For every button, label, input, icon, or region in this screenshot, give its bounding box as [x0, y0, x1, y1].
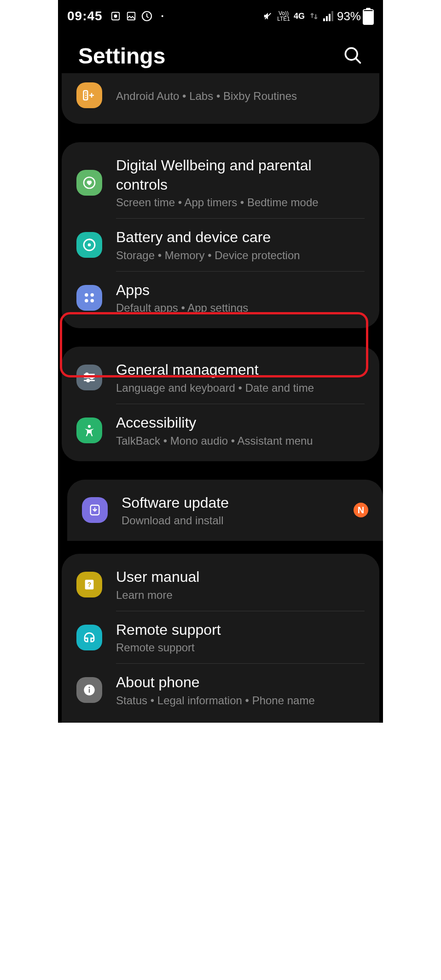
manual-subtitle: Learn more [116, 589, 365, 602]
apps-title: Apps [116, 281, 365, 300]
device-care-title: Battery and device care [116, 228, 365, 247]
about-title: About phone [116, 673, 365, 692]
device-care-icon [76, 232, 102, 258]
status-network-label: 4G [294, 12, 305, 21]
settings-row-about-phone[interactable]: About phone Status • Legal information •… [62, 664, 379, 716]
settings-group-software: Software update Download and install N [67, 480, 383, 541]
wellbeing-icon [76, 170, 102, 196]
remote-title: Remote support [116, 620, 365, 640]
settings-row-user-manual[interactable]: ? User manual Learn more [62, 558, 379, 611]
settings-row-apps[interactable]: Apps Default apps • App settings [62, 272, 379, 324]
svg-point-9 [85, 293, 88, 297]
settings-group-general: General management Language and keyboard… [62, 347, 379, 461]
status-time: 09:45 [67, 9, 103, 23]
svg-point-1 [114, 14, 117, 17]
svg-point-13 [86, 373, 88, 376]
status-battery: 93% [337, 8, 374, 25]
apps-subtitle: Default apps • App settings [116, 302, 365, 314]
software-title: Software update [122, 493, 354, 513]
status-signal-icon [323, 11, 333, 21]
page-title: Settings [78, 43, 165, 69]
device-care-subtitle: Storage • Memory • Device protection [116, 249, 365, 262]
settings-row-digital-wellbeing[interactable]: Digital Wellbeing and parental controls … [62, 147, 379, 218]
settings-group-advanced: Android Auto • Labs • Bixby Routines [62, 73, 379, 124]
update-badge: N [354, 503, 368, 517]
advanced-subtitle: Android Auto • Labs • Bixby Routines [116, 90, 365, 103]
status-mute-icon [262, 11, 273, 22]
settings-row-software-update[interactable]: Software update Download and install N [67, 484, 383, 537]
settings-row-advanced-features[interactable]: Android Auto • Labs • Bixby Routines [62, 82, 379, 117]
about-subtitle: Status • Legal information • Phone name [116, 694, 365, 707]
settings-group-about: ? User manual Learn more Remote support … [62, 554, 379, 723]
status-volte-label: Vo)) LTE1 [277, 11, 290, 22]
user-manual-icon: ? [76, 572, 102, 597]
general-management-icon [76, 365, 102, 390]
settings-row-remote-support[interactable]: Remote support Remote support [62, 611, 379, 664]
settings-row-general-management[interactable]: General management Language and keyboard… [62, 351, 379, 404]
svg-point-15 [87, 379, 89, 382]
search-button[interactable] [342, 45, 363, 67]
settings-group-device: Digital Wellbeing and parental controls … [62, 142, 379, 328]
status-more-icon: • [157, 11, 168, 22]
svg-point-11 [85, 299, 88, 302]
wellbeing-title: Digital Wellbeing and parental controls [116, 156, 365, 194]
software-subtitle: Download and install [122, 514, 354, 527]
manual-title: User manual [116, 568, 365, 587]
status-update-icon [141, 11, 152, 22]
advanced-features-icon [76, 82, 102, 108]
accessibility-subtitle: TalkBack • Mono audio • Assistant menu [116, 435, 365, 447]
svg-rect-2 [127, 12, 135, 20]
accessibility-title: Accessibility [116, 413, 365, 433]
svg-point-14 [91, 377, 93, 379]
svg-point-16 [88, 425, 91, 428]
svg-point-8 [88, 244, 91, 247]
status-gallery-icon [126, 11, 137, 22]
general-subtitle: Language and keyboard • Date and time [116, 382, 365, 394]
settings-row-accessibility[interactable]: Accessibility TalkBack • Mono audio • As… [62, 404, 379, 457]
svg-point-12 [91, 299, 94, 302]
settings-row-device-care[interactable]: Battery and device care Storage • Memory… [62, 219, 379, 271]
remote-support-icon [76, 625, 102, 650]
svg-point-22 [88, 687, 90, 688]
search-icon [342, 45, 363, 65]
software-update-icon [82, 497, 108, 523]
wellbeing-subtitle: Screen time • App timers • Bedtime mode [116, 196, 365, 209]
accessibility-icon [76, 418, 102, 443]
general-title: General management [116, 360, 365, 380]
status-screenshot-icon [110, 11, 121, 22]
about-phone-icon [76, 677, 102, 703]
apps-icon [76, 285, 102, 311]
svg-point-10 [91, 293, 94, 297]
status-data-arrows-icon [308, 11, 319, 22]
status-battery-pct: 93% [337, 9, 361, 23]
svg-text:?: ? [87, 581, 92, 588]
status-bar: 09:45 • Vo)) LTE1 4G [58, 0, 383, 32]
remote-subtitle: Remote support [116, 641, 365, 654]
svg-rect-21 [89, 689, 90, 693]
